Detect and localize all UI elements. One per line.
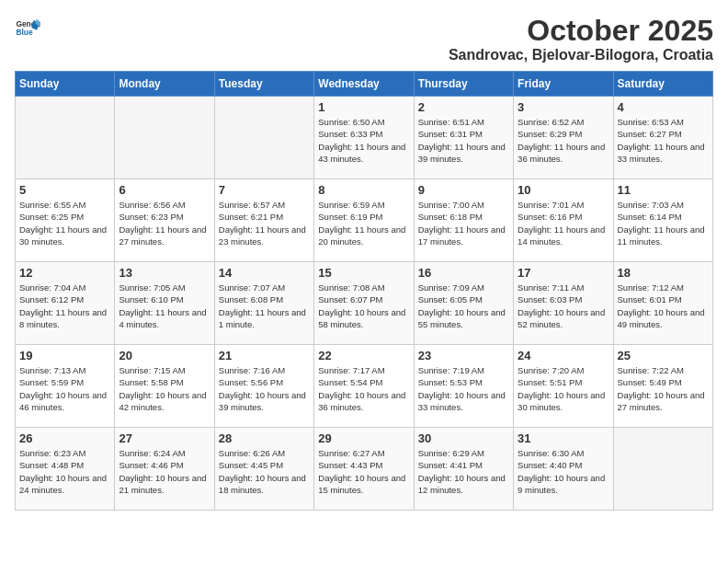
day-cell-19: 19Sunrise: 7:13 AM Sunset: 5:59 PM Dayli… bbox=[16, 345, 115, 428]
day-info: Sunrise: 7:19 AM Sunset: 5:53 PM Dayligh… bbox=[418, 364, 509, 413]
day-cell-23: 23Sunrise: 7:19 AM Sunset: 5:53 PM Dayli… bbox=[414, 345, 513, 428]
day-cell-8: 8Sunrise: 6:59 AM Sunset: 6:19 PM Daylig… bbox=[314, 179, 414, 262]
day-info: Sunrise: 7:17 AM Sunset: 5:54 PM Dayligh… bbox=[318, 364, 409, 413]
day-number: 8 bbox=[318, 183, 409, 197]
day-info: Sunrise: 6:30 AM Sunset: 4:40 PM Dayligh… bbox=[518, 447, 609, 496]
day-number: 13 bbox=[119, 266, 210, 280]
svg-text:Blue: Blue bbox=[16, 28, 32, 37]
day-number: 25 bbox=[618, 349, 709, 362]
day-cell-2: 2Sunrise: 6:51 AM Sunset: 6:31 PM Daylig… bbox=[414, 97, 513, 179]
day-cell-31: 31Sunrise: 6:30 AM Sunset: 4:40 PM Dayli… bbox=[514, 428, 613, 511]
day-number: 20 bbox=[119, 349, 210, 362]
day-info: Sunrise: 7:04 AM Sunset: 6:12 PM Dayligh… bbox=[19, 282, 110, 330]
day-info: Sunrise: 6:26 AM Sunset: 4:45 PM Dayligh… bbox=[219, 447, 310, 496]
day-number: 23 bbox=[418, 349, 509, 362]
day-number: 30 bbox=[418, 431, 509, 445]
day-cell-4: 4Sunrise: 6:53 AM Sunset: 6:27 PM Daylig… bbox=[613, 97, 712, 179]
day-cell-14: 14Sunrise: 7:07 AM Sunset: 6:08 PM Dayli… bbox=[214, 262, 313, 345]
day-number: 31 bbox=[518, 431, 609, 445]
day-cell-13: 13Sunrise: 7:05 AM Sunset: 6:10 PM Dayli… bbox=[115, 262, 214, 345]
day-number: 6 bbox=[119, 183, 210, 197]
weekday-header-saturday: Saturday bbox=[613, 72, 712, 97]
day-cell-24: 24Sunrise: 7:20 AM Sunset: 5:51 PM Dayli… bbox=[514, 345, 613, 428]
day-cell-17: 17Sunrise: 7:11 AM Sunset: 6:03 PM Dayli… bbox=[514, 262, 613, 345]
day-number: 19 bbox=[19, 349, 110, 362]
day-info: Sunrise: 7:09 AM Sunset: 6:05 PM Dayligh… bbox=[418, 282, 509, 330]
header: General Blue October 2025 Sandrovac, Bje… bbox=[15, 15, 713, 63]
day-number: 15 bbox=[318, 266, 409, 280]
day-number: 9 bbox=[418, 183, 509, 197]
week-row-4: 19Sunrise: 7:13 AM Sunset: 5:59 PM Dayli… bbox=[16, 345, 713, 428]
day-info: Sunrise: 7:08 AM Sunset: 6:07 PM Dayligh… bbox=[318, 282, 409, 330]
day-number: 24 bbox=[518, 349, 609, 362]
day-number: 18 bbox=[618, 266, 709, 280]
page-subtitle: Sandrovac, Bjelovar-Bilogora, Croatia bbox=[449, 47, 713, 63]
week-row-1: 1Sunrise: 6:50 AM Sunset: 6:33 PM Daylig… bbox=[16, 97, 713, 179]
day-info: Sunrise: 6:53 AM Sunset: 6:27 PM Dayligh… bbox=[618, 116, 709, 165]
day-number: 26 bbox=[19, 431, 110, 445]
day-cell-6: 6Sunrise: 6:56 AM Sunset: 6:23 PM Daylig… bbox=[115, 179, 214, 262]
day-cell-1: 1Sunrise: 6:50 AM Sunset: 6:33 PM Daylig… bbox=[314, 97, 414, 179]
day-info: Sunrise: 6:59 AM Sunset: 6:19 PM Dayligh… bbox=[318, 199, 409, 247]
day-number: 29 bbox=[318, 431, 409, 445]
logo-icon: General Blue bbox=[15, 15, 40, 40]
week-row-3: 12Sunrise: 7:04 AM Sunset: 6:12 PM Dayli… bbox=[16, 262, 713, 345]
day-info: Sunrise: 7:11 AM Sunset: 6:03 PM Dayligh… bbox=[518, 282, 609, 330]
day-number: 2 bbox=[418, 100, 509, 114]
day-number: 4 bbox=[618, 100, 709, 114]
weekday-header-sunday: Sunday bbox=[16, 72, 115, 97]
day-cell-11: 11Sunrise: 7:03 AM Sunset: 6:14 PM Dayli… bbox=[613, 179, 712, 262]
day-info: Sunrise: 6:52 AM Sunset: 6:29 PM Dayligh… bbox=[518, 116, 609, 165]
day-cell-20: 20Sunrise: 7:15 AM Sunset: 5:58 PM Dayli… bbox=[115, 345, 214, 428]
day-info: Sunrise: 6:24 AM Sunset: 4:46 PM Dayligh… bbox=[119, 447, 210, 496]
day-number: 11 bbox=[618, 183, 709, 197]
day-cell-15: 15Sunrise: 7:08 AM Sunset: 6:07 PM Dayli… bbox=[314, 262, 414, 345]
day-info: Sunrise: 6:56 AM Sunset: 6:23 PM Dayligh… bbox=[119, 199, 210, 247]
day-info: Sunrise: 6:51 AM Sunset: 6:31 PM Dayligh… bbox=[418, 116, 509, 165]
day-info: Sunrise: 7:07 AM Sunset: 6:08 PM Dayligh… bbox=[219, 282, 310, 330]
day-cell-22: 22Sunrise: 7:17 AM Sunset: 5:54 PM Dayli… bbox=[314, 345, 414, 428]
day-number: 22 bbox=[318, 349, 409, 362]
day-cell-30: 30Sunrise: 6:29 AM Sunset: 4:41 PM Dayli… bbox=[414, 428, 513, 511]
week-row-2: 5Sunrise: 6:55 AM Sunset: 6:25 PM Daylig… bbox=[16, 179, 713, 262]
day-cell-26: 26Sunrise: 6:23 AM Sunset: 4:48 PM Dayli… bbox=[16, 428, 115, 511]
day-info: Sunrise: 7:22 AM Sunset: 5:49 PM Dayligh… bbox=[618, 364, 709, 413]
day-number: 1 bbox=[318, 100, 409, 114]
calendar-table: SundayMondayTuesdayWednesdayThursdayFrid… bbox=[15, 71, 713, 511]
day-cell-25: 25Sunrise: 7:22 AM Sunset: 5:49 PM Dayli… bbox=[613, 345, 712, 428]
day-info: Sunrise: 6:23 AM Sunset: 4:48 PM Dayligh… bbox=[19, 447, 110, 496]
day-info: Sunrise: 7:03 AM Sunset: 6:14 PM Dayligh… bbox=[618, 199, 709, 247]
day-info: Sunrise: 7:20 AM Sunset: 5:51 PM Dayligh… bbox=[518, 364, 609, 413]
day-cell-27: 27Sunrise: 6:24 AM Sunset: 4:46 PM Dayli… bbox=[115, 428, 214, 511]
title-area: October 2025 Sandrovac, Bjelovar-Bilogor… bbox=[449, 15, 713, 63]
day-info: Sunrise: 7:12 AM Sunset: 6:01 PM Dayligh… bbox=[618, 282, 709, 330]
logo: General Blue bbox=[15, 15, 40, 40]
day-info: Sunrise: 6:29 AM Sunset: 4:41 PM Dayligh… bbox=[418, 447, 509, 496]
day-number: 12 bbox=[19, 266, 110, 280]
day-cell-7: 7Sunrise: 6:57 AM Sunset: 6:21 PM Daylig… bbox=[214, 179, 313, 262]
day-cell-29: 29Sunrise: 6:27 AM Sunset: 4:43 PM Dayli… bbox=[314, 428, 414, 511]
day-number: 28 bbox=[219, 431, 310, 445]
day-cell-5: 5Sunrise: 6:55 AM Sunset: 6:25 PM Daylig… bbox=[16, 179, 115, 262]
day-info: Sunrise: 7:05 AM Sunset: 6:10 PM Dayligh… bbox=[119, 282, 210, 330]
day-number: 10 bbox=[518, 183, 609, 197]
day-info: Sunrise: 6:50 AM Sunset: 6:33 PM Dayligh… bbox=[318, 116, 409, 165]
day-cell-16: 16Sunrise: 7:09 AM Sunset: 6:05 PM Dayli… bbox=[414, 262, 513, 345]
day-number: 17 bbox=[518, 266, 609, 280]
day-info: Sunrise: 7:15 AM Sunset: 5:58 PM Dayligh… bbox=[119, 364, 210, 413]
day-cell-21: 21Sunrise: 7:16 AM Sunset: 5:56 PM Dayli… bbox=[214, 345, 313, 428]
day-cell-28: 28Sunrise: 6:26 AM Sunset: 4:45 PM Dayli… bbox=[214, 428, 313, 511]
day-cell-3: 3Sunrise: 6:52 AM Sunset: 6:29 PM Daylig… bbox=[514, 97, 613, 179]
empty-cell bbox=[16, 97, 115, 179]
day-info: Sunrise: 6:27 AM Sunset: 4:43 PM Dayligh… bbox=[318, 447, 409, 496]
empty-cell bbox=[613, 428, 712, 511]
day-number: 27 bbox=[119, 431, 210, 445]
week-row-5: 26Sunrise: 6:23 AM Sunset: 4:48 PM Dayli… bbox=[16, 428, 713, 511]
weekday-header-monday: Monday bbox=[115, 72, 214, 97]
day-number: 5 bbox=[19, 183, 110, 197]
day-number: 7 bbox=[219, 183, 310, 197]
empty-cell bbox=[115, 97, 214, 179]
day-number: 16 bbox=[418, 266, 509, 280]
weekday-header-tuesday: Tuesday bbox=[214, 72, 313, 97]
day-info: Sunrise: 6:55 AM Sunset: 6:25 PM Dayligh… bbox=[19, 199, 110, 247]
